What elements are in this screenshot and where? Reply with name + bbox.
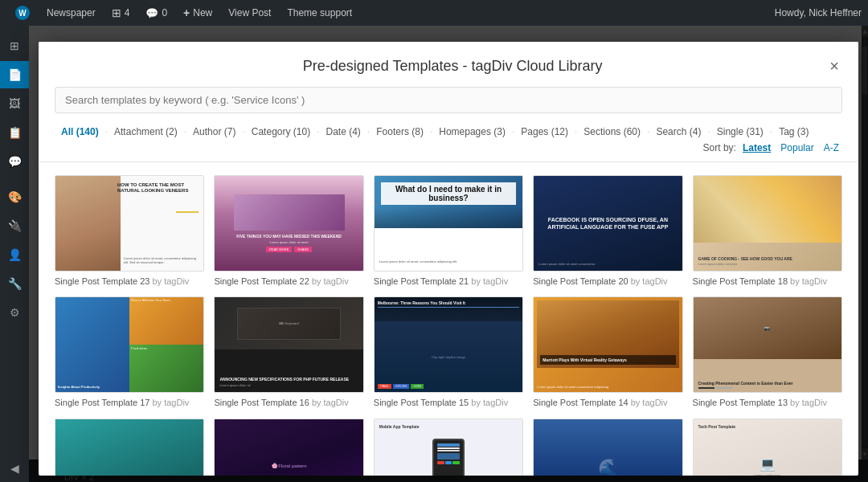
- admin-bar-user: Howdy, Nick Heffner: [775, 7, 862, 18]
- template-thumb-17: Insights About Productivity How to Motiv…: [55, 296, 204, 393]
- template-thumb-r3-5: 💻 Laptop workspace Tech Post Template: [693, 419, 842, 476]
- filter-tab-category[interactable]: Category (10): [245, 123, 317, 141]
- template-item-15[interactable]: Melbourne: Three Reasons You Should Visi…: [374, 296, 523, 408]
- sort-popular[interactable]: Popular: [777, 141, 817, 155]
- admin-bar-right: Howdy, Nick Heffner: [775, 7, 862, 18]
- template-thumb-13: 📷 Creating Phenomenal Content is Easier …: [693, 296, 842, 393]
- template-thumb-21: What do I need to make it in business? L…: [374, 175, 523, 272]
- template-item-23[interactable]: HOW TO CREATE THE MOST NATURAL LOOKING V…: [55, 175, 204, 287]
- sidebar-item-tools[interactable]: 🔧: [0, 270, 29, 297]
- template-item-r3-5[interactable]: 💻 Laptop workspace Tech Post Template Si…: [693, 419, 842, 476]
- template-item-r3-3[interactable]: Mobile App Template Single Post Template…: [374, 419, 523, 476]
- template-label-18: Single Post Template 18 by tagDiv: [693, 276, 842, 287]
- modal-title: Pre-designed Templates - tagDiv Cloud Li…: [79, 58, 826, 75]
- templates-grid: HOW TO CREATE THE MOST NATURAL LOOKING V…: [39, 162, 858, 476]
- template-thumb-16: ⌨ Keyboard ANNOUNCING NEW SPECIFICATIONS…: [214, 296, 363, 393]
- template-thumb-r3-1: What Happens When Your Canyon is Over th…: [55, 419, 204, 476]
- modal-close-button[interactable]: ×: [826, 55, 842, 77]
- template-item-21[interactable]: What do I need to make it in business? L…: [374, 175, 523, 287]
- search-bar: [39, 77, 858, 123]
- template-label-22: Single Post Template 22 by tagDiv: [214, 276, 363, 287]
- modal-header: Pre-designed Templates - tagDiv Cloud Li…: [39, 42, 858, 77]
- template-label-13: Single Post Template 13 by tagDiv: [693, 397, 842, 408]
- template-thumb-14: Marriott Plays With Virtual Reality Geta…: [533, 296, 682, 393]
- template-item-17[interactable]: Insights About Productivity How to Motiv…: [55, 296, 204, 408]
- template-thumb-15: Melbourne: Three Reasons You Should Visi…: [374, 296, 523, 393]
- sidebar-item-collapse[interactable]: ◀: [0, 455, 29, 482]
- sidebar: ⊞ 📄 🖼 📋 💬 🎨 🔌 👤 🔧 ⚙ ◀: [0, 26, 29, 482]
- template-item-18[interactable]: GAME OF COOKING - SEE HOW GOOD YOU ARE L…: [693, 175, 842, 287]
- filter-tab-date[interactable]: Date (4): [320, 123, 367, 141]
- sidebar-item-settings[interactable]: ⚙: [0, 299, 29, 326]
- filter-tabs: All (140) · Attachment (2) · Author (7) …: [39, 123, 858, 162]
- filter-tab-all[interactable]: All (140): [55, 123, 105, 141]
- sort-az[interactable]: A-Z: [821, 141, 842, 155]
- template-item-22[interactable]: FIVE THINGS YOU MAY HAVE MISSED THIS WEE…: [214, 175, 363, 287]
- sidebar-item-pages[interactable]: 📋: [0, 119, 29, 146]
- admin-bar-view-post[interactable]: View Post: [220, 0, 279, 26]
- admin-bar-left: W Newspaper ⊞ 4 💬 0 + New View Post Them…: [6, 0, 360, 26]
- sidebar-item-posts[interactable]: 📄: [0, 61, 29, 88]
- filter-tab-attachment[interactable]: Attachment (2): [108, 123, 184, 141]
- template-label-14: Single Post Template 14 by tagDiv: [533, 397, 682, 408]
- template-thumb-r3-2: 🌸 Floral pattern We Found the Sexiest Li…: [214, 419, 363, 476]
- filter-tab-footers[interactable]: Footers (8): [370, 123, 430, 141]
- sidebar-item-plugins[interactable]: 🔌: [0, 212, 29, 239]
- filter-tab-sections[interactable]: Sections (60): [577, 123, 647, 141]
- admin-bar-comments[interactable]: 💬 0: [137, 0, 175, 26]
- template-item-16[interactable]: ⌨ Keyboard ANNOUNCING NEW SPECIFICATIONS…: [214, 296, 363, 408]
- admin-bar-wp[interactable]: W: [6, 0, 39, 26]
- template-thumb-23: HOW TO CREATE THE MOST NATURAL LOOKING V…: [55, 175, 204, 272]
- template-label-23: Single Post Template 23 by tagDiv: [55, 276, 204, 287]
- svg-text:W: W: [18, 9, 27, 18]
- sort-section: Sort by: Latest Popular A-Z: [703, 141, 842, 155]
- modal: Pre-designed Templates - tagDiv Cloud Li…: [39, 42, 858, 476]
- sort-label: Sort by:: [703, 142, 736, 153]
- template-item-r3-4[interactable]: 🌊 Ocean Post Template Single Post Templa…: [533, 419, 682, 476]
- admin-bar-dashboard[interactable]: ⊞ 4: [104, 0, 138, 26]
- admin-bar-newspaper[interactable]: Newspaper: [39, 0, 104, 26]
- template-label-17: Single Post Template 17 by tagDiv: [55, 397, 204, 408]
- sort-latest[interactable]: Latest: [739, 141, 774, 155]
- template-thumb-22: FIVE THINGS YOU MAY HAVE MISSED THIS WEE…: [214, 175, 363, 272]
- search-input[interactable]: [55, 87, 842, 113]
- filter-tab-search[interactable]: Search (4): [649, 123, 707, 141]
- template-label-21: Single Post Template 21 by tagDiv: [374, 276, 523, 287]
- sidebar-item-users[interactable]: 👤: [0, 241, 29, 268]
- template-item-13[interactable]: 📷 Creating Phenomenal Content is Easier …: [693, 296, 842, 408]
- template-label-20: Single Post Template 20 by tagDiv: [533, 276, 682, 287]
- admin-bar-new[interactable]: + New: [175, 0, 220, 26]
- filter-tab-author[interactable]: Author (7): [186, 123, 242, 141]
- template-label-16: Single Post Template 16 by tagDiv: [214, 397, 363, 408]
- filter-tab-pages[interactable]: Pages (12): [514, 123, 575, 141]
- filter-tab-tag[interactable]: Tag (3): [772, 123, 815, 141]
- sidebar-item-comments[interactable]: 💬: [0, 148, 29, 175]
- template-item-r3-2[interactable]: 🌸 Floral pattern We Found the Sexiest Li…: [214, 419, 363, 476]
- template-thumb-20: FACEBOOK IS OPEN SOURCING DFUSE, AN ARTI…: [533, 175, 682, 272]
- template-item-20[interactable]: FACEBOOK IS OPEN SOURCING DFUSE, AN ARTI…: [533, 175, 682, 287]
- sidebar-item-media[interactable]: 🖼: [0, 90, 29, 117]
- template-item-r3-1[interactable]: What Happens When Your Canyon is Over th…: [55, 419, 204, 476]
- sidebar-item-dashboard[interactable]: ⊞: [0, 32, 29, 59]
- filter-tab-single[interactable]: Single (31): [710, 123, 770, 141]
- template-label-15: Single Post Template 15 by tagDiv: [374, 397, 523, 408]
- sidebar-item-appearance[interactable]: 🎨: [0, 183, 29, 210]
- template-item-14[interactable]: Marriott Plays With Virtual Reality Geta…: [533, 296, 682, 408]
- template-thumb-18: GAME OF COOKING - SEE HOW GOOD YOU ARE L…: [693, 175, 842, 272]
- template-thumb-r3-3: Mobile App Template: [374, 419, 523, 476]
- modal-overlay[interactable]: Pre-designed Templates - tagDiv Cloud Li…: [29, 26, 868, 482]
- admin-bar: W Newspaper ⊞ 4 💬 0 + New View Post Them…: [0, 0, 868, 26]
- admin-bar-theme-support[interactable]: Theme support: [279, 0, 360, 26]
- filter-tab-homepages[interactable]: Homepages (3): [432, 123, 512, 141]
- template-thumb-r3-4: 🌊 Ocean Post Template: [533, 419, 682, 476]
